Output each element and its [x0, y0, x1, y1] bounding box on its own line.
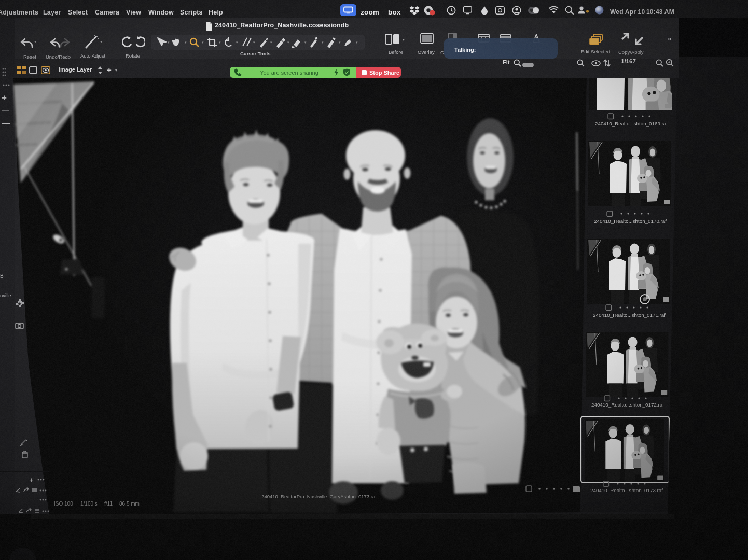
svg-text:▾: ▾	[339, 40, 341, 44]
svg-text:▾: ▾	[168, 40, 170, 44]
svg-text:▾: ▾	[322, 40, 324, 44]
svg-text:▾: ▾	[356, 40, 358, 44]
svg-text:▾: ▾	[236, 40, 238, 44]
svg-text:▾: ▾	[219, 40, 221, 44]
svg-text:▾: ▾	[253, 40, 255, 44]
svg-text:▾: ▾	[185, 40, 187, 44]
svg-text:▾: ▾	[202, 40, 204, 44]
svg-text:▾: ▾	[270, 40, 272, 44]
svg-text:▾: ▾	[287, 40, 289, 44]
svg-text:▾: ▾	[304, 40, 307, 44]
